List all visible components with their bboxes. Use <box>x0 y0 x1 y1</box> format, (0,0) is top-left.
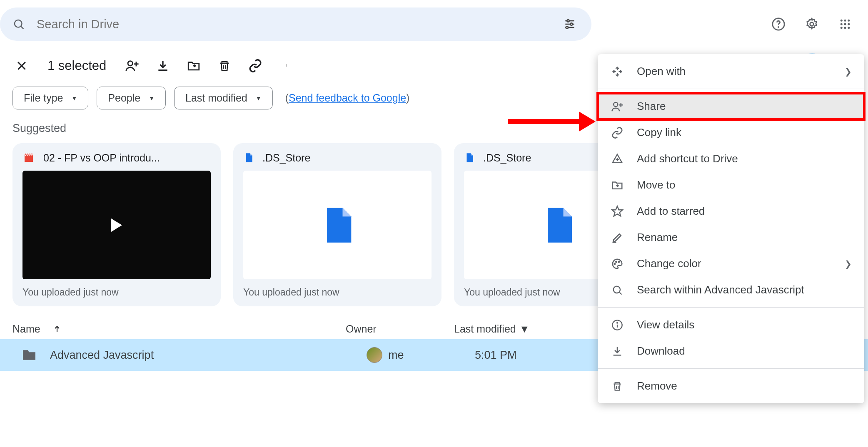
download-button[interactable] <box>154 57 172 75</box>
svg-point-14 <box>841 23 843 25</box>
card-title: .DS_Store <box>262 152 310 164</box>
search-input[interactable] <box>37 17 561 31</box>
suggested-card[interactable]: .DS_Store You uploaded just now <box>233 143 441 306</box>
tune-icon[interactable] <box>561 15 579 33</box>
menu-copy-link[interactable]: Copy link <box>598 119 864 146</box>
card-title: .DS_Store <box>483 152 531 164</box>
menu-label: Add shortcut to Drive <box>637 152 738 165</box>
svg-point-9 <box>778 27 778 27</box>
more-button[interactable] <box>277 57 295 75</box>
menu-label: Remove <box>637 380 677 392</box>
col-name[interactable]: Name <box>12 323 346 335</box>
svg-point-7 <box>566 26 568 28</box>
menu-search-within[interactable]: Search within Advanced Javascript <box>598 277 864 303</box>
menu-view-details[interactable]: View details <box>598 312 864 338</box>
shortcut-icon <box>610 153 624 165</box>
chip-modified-label: Last modified <box>185 92 247 104</box>
link-button[interactable] <box>246 57 264 75</box>
svg-point-47 <box>614 263 616 264</box>
video-icon <box>22 151 35 164</box>
menu-label: Download <box>637 345 685 358</box>
top-bar <box>0 0 868 41</box>
svg-marker-45 <box>612 206 623 216</box>
menu-label: Move to <box>637 179 676 191</box>
chip-filetype[interactable]: File type▼ <box>12 87 88 109</box>
avatar <box>367 347 382 363</box>
search-icon <box>610 284 624 296</box>
menu-download[interactable]: Download <box>598 338 864 364</box>
suggested-card[interactable]: 02 - FP vs OOP introdu... You uploaded j… <box>12 143 221 306</box>
svg-point-0 <box>15 20 22 27</box>
feedback-link[interactable]: Send feedback to Google <box>289 92 406 104</box>
svg-line-1 <box>21 27 24 29</box>
link-icon <box>610 127 624 139</box>
svg-point-11 <box>841 20 843 22</box>
caret-icon: ▼ <box>256 95 262 102</box>
col-owner[interactable]: Owner <box>346 323 454 335</box>
card-title-row: 02 - FP vs OOP introdu... <box>22 151 211 164</box>
menu-change-color[interactable]: Change color ❯ <box>598 251 864 277</box>
apps-icon[interactable] <box>835 14 856 35</box>
svg-point-15 <box>844 23 846 25</box>
star-icon <box>610 205 624 218</box>
search-bar[interactable] <box>0 7 591 41</box>
col-mod-label: Last modified <box>454 323 516 335</box>
top-right-icons <box>768 14 856 35</box>
play-icon <box>111 219 122 232</box>
caret-icon: ▼ <box>71 95 77 102</box>
trash-icon <box>610 381 624 392</box>
svg-point-40 <box>614 102 618 107</box>
menu-divider <box>598 307 864 308</box>
share-button[interactable] <box>123 57 141 75</box>
caret-icon: ▼ <box>519 323 530 335</box>
menu-add-shortcut[interactable]: Add shortcut to Drive <box>598 146 864 172</box>
card-preview <box>22 171 211 279</box>
delete-button[interactable] <box>215 57 234 75</box>
open-with-icon <box>610 66 624 77</box>
menu-label: Open with <box>637 65 686 78</box>
card-preview <box>243 171 432 279</box>
settings-icon[interactable] <box>801 14 822 35</box>
sort-up-icon <box>53 325 61 333</box>
move-button[interactable] <box>185 57 203 75</box>
file-icon <box>243 151 254 164</box>
move-icon <box>610 179 624 191</box>
chip-modified[interactable]: Last modified▼ <box>174 87 273 109</box>
row-owner: me <box>367 347 475 363</box>
svg-point-12 <box>844 20 846 22</box>
menu-divider <box>598 368 864 369</box>
svg-point-31 <box>286 67 287 67</box>
help-icon[interactable] <box>768 14 789 35</box>
col-modified[interactable]: Last modified ▼ <box>454 323 529 335</box>
svg-point-49 <box>619 261 620 262</box>
svg-line-51 <box>619 292 621 294</box>
info-icon <box>610 319 624 331</box>
svg-point-48 <box>616 261 617 262</box>
card-title: 02 - FP vs OOP introdu... <box>43 152 160 164</box>
menu-share[interactable]: Share <box>598 93 864 119</box>
menu-label: Copy link <box>637 126 681 139</box>
caret-icon: ▼ <box>149 95 155 102</box>
svg-point-19 <box>848 27 850 29</box>
selection-count: 1 selected <box>47 58 106 73</box>
menu-label: View details <box>637 318 694 331</box>
svg-point-50 <box>614 286 620 293</box>
menu-label: Search within Advanced Javascript <box>637 283 804 296</box>
svg-point-13 <box>848 20 850 22</box>
chip-people[interactable]: People▼ <box>97 87 166 109</box>
svg-point-30 <box>286 65 287 66</box>
menu-move-to[interactable]: Move to <box>598 172 864 198</box>
svg-point-5 <box>567 20 569 22</box>
menu-add-starred[interactable]: Add to starred <box>598 198 864 224</box>
rename-icon <box>610 231 624 244</box>
menu-divider <box>598 89 864 89</box>
menu-remove[interactable]: Remove <box>598 373 864 399</box>
clear-selection-button[interactable] <box>12 57 31 75</box>
card-subtitle: You uploaded just now <box>243 279 432 298</box>
context-menu: Open with ❯ Share Copy link Add shortcut… <box>598 54 864 403</box>
annotation-arrow <box>508 112 596 132</box>
menu-open-with[interactable]: Open with ❯ <box>598 58 864 84</box>
svg-point-10 <box>810 22 814 26</box>
menu-rename[interactable]: Rename <box>598 224 864 251</box>
chevron-right-icon: ❯ <box>845 67 852 77</box>
